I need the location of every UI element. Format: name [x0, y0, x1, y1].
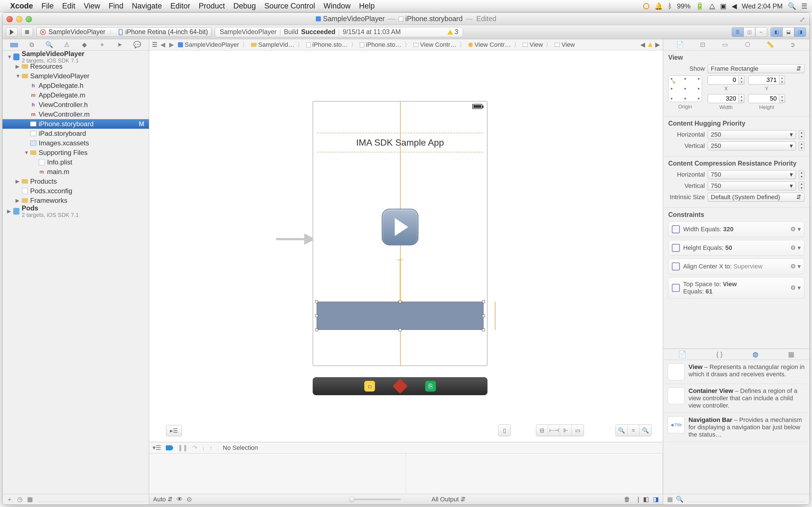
entry-point-arrow[interactable] [276, 233, 315, 245]
menu-source-control[interactable]: Source Control [264, 2, 315, 10]
console-view[interactable] [406, 453, 663, 494]
menu-extras-icon[interactable]: ☰ [801, 2, 808, 10]
debug-navigator-tab[interactable]: ⌖ [98, 41, 106, 48]
show-popup[interactable]: Frame Rectangle⇵ [708, 64, 804, 73]
report-navigator-tab[interactable]: 💬 [133, 41, 141, 48]
library-filter-icon[interactable]: 🔍 [676, 496, 683, 503]
ib-canvas[interactable]: IMA SDK Sample App [149, 50, 663, 442]
hug-hor-field[interactable]: 250▾ [708, 130, 796, 139]
jump-next-issue[interactable]: ▶ [655, 41, 660, 48]
tree-item[interactable]: Images.xcassets [3, 138, 149, 148]
jump-file-2[interactable]: iPhone.sto… [359, 41, 403, 48]
tree-item[interactable]: ▶Frameworks [3, 196, 149, 205]
zoom-actual-button[interactable]: = [627, 425, 640, 436]
scheme-selector[interactable]: SampleVideoPlayer 〉 iPhone Retina (4-inc… [36, 27, 211, 37]
file-template-library-tab[interactable]: 📄 [678, 350, 687, 358]
menu-window[interactable]: Window [324, 2, 351, 10]
resize-handle[interactable] [315, 328, 318, 331]
filter-field[interactable] [38, 497, 145, 502]
status-menu-icon[interactable] [643, 3, 649, 9]
toggle-utilities-button[interactable]: ◨ [794, 27, 806, 37]
menu-find[interactable]: Find [109, 2, 123, 10]
library-item[interactable]: Container View – Defines a region of a v… [663, 384, 809, 413]
tree-item[interactable]: iPad.storyboard [3, 129, 149, 138]
tree-item[interactable]: Info.plist [3, 158, 149, 167]
menu-editor[interactable]: Editor [170, 2, 190, 10]
quicklook-icon[interactable]: 👁 [176, 496, 183, 503]
iphone-scene[interactable]: IMA SDK Sample App [313, 101, 488, 366]
constraint-width[interactable]: Width Equals: 320 ⚙ ▾ [668, 221, 804, 237]
hug-hor-stepper[interactable]: ▴▾ [799, 130, 804, 139]
filter-scm-icon[interactable]: ▦ [27, 496, 33, 503]
gear-icon[interactable]: ⚙ ▾ [790, 284, 801, 291]
print-icon[interactable]: ⊙ [187, 496, 192, 503]
pause-button[interactable]: ❚❚ [177, 444, 188, 452]
attributes-inspector-tab[interactable]: ⎔ [743, 41, 752, 48]
back-button[interactable]: ◀ [159, 41, 166, 48]
tree-item[interactable]: mmain.m [3, 167, 149, 177]
battery-icon[interactable]: 🔋 [696, 2, 704, 10]
symbol-navigator-tab[interactable]: ⧉ [28, 41, 36, 48]
clock[interactable]: Wed 2:04 PM [742, 2, 783, 10]
window-zoom-button[interactable] [26, 16, 32, 22]
debug-toggle-icon[interactable]: ▾☰ [153, 444, 161, 452]
gear-icon[interactable]: ⚙ ▾ [790, 244, 801, 251]
document-outline-toggle[interactable]: ▸☰ [166, 425, 182, 436]
tree-item[interactable]: Pods.xcconfig [3, 186, 149, 196]
filter-recent-icon[interactable]: ◷ [17, 496, 22, 503]
object-library-tab[interactable]: ◍ [753, 350, 758, 358]
variables-view[interactable] [149, 453, 406, 494]
resize-handle[interactable] [399, 300, 402, 303]
find-navigator-tab[interactable]: 🔍 [45, 41, 53, 48]
forward-button[interactable]: ▶ [168, 41, 175, 48]
toggle-navigator-button[interactable]: ◧ [770, 27, 782, 37]
exit-dock-icon[interactable]: ⎘ [425, 381, 436, 392]
window-close-button[interactable] [6, 16, 13, 22]
tree-item[interactable]: ▼Supporting Files [3, 148, 149, 158]
jump-folder[interactable]: SampleVid… [250, 41, 296, 48]
width-field[interactable] [708, 94, 739, 103]
tree-item[interactable]: iPhone.storyboardM [3, 119, 149, 129]
menu-debug[interactable]: Debug [234, 2, 256, 10]
run-button[interactable] [6, 27, 18, 37]
y-field[interactable] [748, 75, 779, 84]
breakpoint-toggle-icon[interactable] [166, 445, 173, 450]
menu-edit[interactable]: Edit [62, 2, 75, 10]
menu-file[interactable]: File [42, 2, 54, 10]
menu-navigate[interactable]: Navigate [132, 2, 162, 10]
activity-status[interactable]: SampleVideoPlayer | Build Succeeded | 9/… [215, 27, 463, 37]
tree-pods-root[interactable]: ▶ Pods 2 targets, iOS SDK 7.1 [3, 207, 149, 216]
tree-item[interactable]: ▼SampleVideoPlayer [3, 71, 149, 81]
menubar-app-name[interactable]: Xcode [10, 2, 33, 10]
issue-navigator-tab[interactable]: ⚠ [63, 41, 71, 48]
resize-handle[interactable] [482, 300, 485, 303]
hug-ver-stepper[interactable]: ▴▾ [799, 142, 804, 151]
identity-inspector-tab[interactable]: ▭ [721, 41, 729, 48]
stop-button[interactable] [21, 27, 33, 37]
constraint-top-space[interactable]: Top Space to: View Equals: 61 ⚙ ▾ [668, 277, 804, 298]
menu-view[interactable]: View [84, 2, 100, 10]
volume-icon[interactable]: ◀ [732, 2, 737, 10]
resize-handle[interactable] [315, 300, 318, 303]
first-responder-dock-icon[interactable] [393, 379, 408, 394]
bluetooth-icon[interactable]: ᛒ [668, 2, 672, 10]
tree-item[interactable]: ▶Products [3, 177, 149, 186]
connections-inspector-tab[interactable]: ➲ [788, 41, 797, 48]
menu-help[interactable]: Help [359, 2, 375, 10]
display-icon[interactable]: ▣ [720, 2, 726, 10]
h-stepper[interactable]: ▴▾ [779, 94, 785, 103]
gear-icon[interactable]: ⚙ ▾ [790, 226, 801, 233]
library-view-mode-icon[interactable]: ▦ [667, 496, 673, 503]
standard-editor-button[interactable]: ☰ [732, 27, 744, 37]
step-out-button[interactable]: ↑ [209, 444, 213, 452]
play-button-image[interactable] [382, 209, 418, 245]
title-label[interactable]: IMA SDK Sample App [317, 133, 483, 152]
constraint-height[interactable]: Height Equals: 50 ⚙ ▾ [668, 240, 804, 256]
assistant-editor-button[interactable]: ◫ [744, 27, 755, 37]
variables-slider[interactable] [350, 499, 401, 500]
object-library[interactable]: View – Represents a rectangular region i… [663, 360, 809, 494]
selected-view[interactable] [317, 302, 484, 330]
jump-project[interactable]: SampleVideoPlayer [177, 41, 240, 48]
crp-ver-field[interactable]: 750▾ [708, 181, 796, 190]
project-navigator-tab[interactable] [10, 41, 18, 48]
